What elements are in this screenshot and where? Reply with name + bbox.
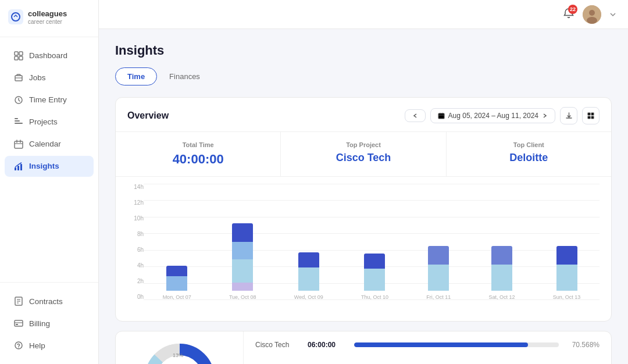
sidebar-item-help[interactable]: Help	[5, 335, 94, 356]
stat-top-client: Top Client Deloitte	[447, 132, 611, 176]
project-list-section: Cisco Tech 06:00:00 70.568%	[244, 331, 611, 364]
y-label-8h: 8h	[127, 231, 144, 237]
time-entry-icon	[14, 95, 23, 105]
svg-rect-9	[15, 123, 23, 124]
y-label-4h: 4h	[127, 262, 144, 269]
bar-seg-light	[364, 269, 385, 291]
sidebar-item-insights[interactable]: Insights	[5, 156, 94, 177]
bar-seg-lav	[232, 283, 253, 291]
chevron-left-icon	[412, 113, 418, 119]
total-time-value: 40:00:00	[127, 152, 269, 167]
top-project-label: Top Project	[292, 141, 434, 148]
bar-seg-light	[556, 265, 577, 291]
tab-time[interactable]: Time	[115, 67, 157, 85]
svg-rect-4	[19, 56, 23, 60]
svg-rect-8	[15, 120, 20, 122]
projects-icon	[14, 117, 23, 127]
svg-rect-35	[591, 113, 594, 115]
svg-rect-1	[15, 52, 18, 55]
sidebar-item-calendar-label: Calendar	[29, 140, 61, 148]
date-range-text: Aug 05, 2024 – Aug 11, 2024	[448, 112, 538, 120]
bar-seg-light	[428, 265, 449, 291]
bar-group-sun: Sun, Oct 13	[553, 246, 581, 300]
y-label-10h: 10h	[127, 215, 144, 222]
sidebar-nav: Dashboard Jobs Time Entry Projects	[0, 37, 98, 282]
sidebar-item-calendar[interactable]: Calendar	[5, 134, 94, 155]
tab-finances[interactable]: Finances	[157, 67, 212, 85]
download-button[interactable]	[560, 107, 577, 124]
bar-group-sat: Sat, Oct 12	[489, 246, 515, 300]
bar-stack-thu	[364, 254, 385, 291]
notification-badge: 22	[568, 5, 577, 14]
notification-button[interactable]: 22	[563, 8, 575, 22]
topbar: 22	[99, 0, 628, 29]
sidebar-item-help-label: Help	[29, 341, 45, 350]
svg-rect-15	[15, 167, 16, 170]
bar-seg-light	[491, 265, 512, 291]
overview-card: Overview Aug 05, 2024 – Aug 11, 2024	[115, 97, 612, 322]
y-axis: 14h 12h 10h 8h 6h 4h 2h 0h	[127, 184, 144, 312]
bar-stack-fri	[428, 246, 449, 291]
settings-button[interactable]	[582, 107, 600, 124]
project-bar-fill	[354, 342, 528, 347]
svg-rect-2	[19, 52, 23, 55]
bar-stack-mon	[166, 266, 187, 291]
bar-seg-dark	[166, 266, 187, 276]
svg-rect-36	[588, 116, 590, 119]
chevron-right-icon	[542, 113, 548, 119]
download-icon	[565, 112, 573, 120]
y-label-14h: 14h	[127, 184, 144, 190]
sidebar-item-projects[interactable]: Projects	[5, 112, 94, 133]
sidebar-item-jobs[interactable]: Jobs	[5, 67, 94, 88]
y-label-12h: 12h	[127, 199, 144, 206]
project-time: 06:00:00	[308, 341, 348, 349]
overview-title: Overview	[127, 110, 169, 121]
sidebar-item-billing[interactable]: Billing	[5, 313, 94, 334]
bar-group-thu: Thu, Oct 10	[361, 254, 388, 300]
project-name: Cisco Tech	[255, 341, 302, 349]
top-client-value: Deloitte	[458, 152, 600, 164]
svg-rect-10	[15, 118, 18, 119]
calendar-icon	[14, 140, 23, 149]
bars-row: Mon, Oct 07 Tue, Oct 08	[144, 184, 600, 300]
sidebar-item-contracts[interactable]: Contracts	[5, 291, 94, 312]
sidebar-bottom: Contracts Billing Help	[0, 282, 98, 364]
bar-seg-mid	[491, 246, 512, 265]
billing-icon	[14, 319, 23, 328]
sidebar-item-time-entry[interactable]: Time Entry	[5, 90, 94, 110]
bar-seg-dark	[232, 223, 253, 242]
main-area: 22 Insights Time Finances Overview	[99, 0, 628, 364]
svg-point-0	[12, 13, 20, 21]
avatar[interactable]	[583, 5, 601, 24]
bar-stack-sun	[556, 246, 577, 291]
bar-seg-dark	[298, 252, 319, 267]
jobs-icon	[14, 73, 23, 83]
sidebar-item-dashboard[interactable]: Dashboard	[5, 45, 94, 66]
logo-icon	[8, 9, 23, 24]
svg-rect-3	[15, 56, 18, 60]
top-client-label: Top Client	[458, 141, 600, 148]
y-label-0h: 0h	[127, 294, 144, 300]
contracts-icon	[14, 297, 23, 306]
svg-rect-17	[20, 164, 22, 170]
sidebar-item-contracts-label: Contracts	[29, 297, 63, 306]
donut-section: 17% 13%	[116, 331, 244, 364]
date-range-display[interactable]: Aug 05, 2024 – Aug 11, 2024	[430, 108, 555, 123]
chart-body: Mon, Oct 07 Tue, Oct 08	[144, 184, 600, 312]
svg-point-29	[587, 17, 597, 24]
date-range-prev[interactable]	[405, 109, 426, 122]
donut-chart: 17% 13%	[142, 341, 217, 364]
svg-point-26	[18, 347, 19, 348]
help-icon	[14, 341, 23, 350]
logo-text: colleagues career center	[28, 9, 67, 25]
svg-point-28	[589, 10, 595, 16]
sidebar-item-dashboard-label: Dashboard	[29, 51, 67, 60]
dashboard-icon	[14, 51, 23, 60]
bar-label-sat: Sat, Oct 12	[489, 294, 515, 300]
content-area: Insights Time Finances Overview	[99, 29, 628, 364]
grid-icon	[587, 112, 595, 120]
bar-group-wed: Wed, Oct 09	[294, 252, 323, 300]
donut-label-13: 13%	[172, 352, 183, 358]
bar-seg-dark	[364, 254, 385, 269]
bottom-section: 17% 13% Cisco Tech 06:00:00 70.568%	[115, 331, 612, 364]
